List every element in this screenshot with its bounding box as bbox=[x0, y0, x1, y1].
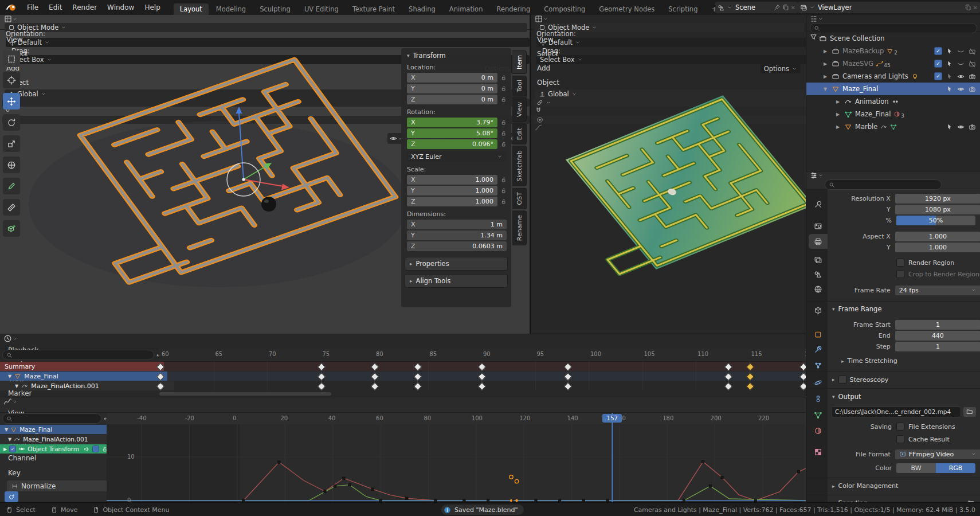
outliner-row-maze-final[interactable]: ▼Maze_Final bbox=[806, 83, 980, 95]
workspace-tab-scripting[interactable]: Scripting bbox=[662, 3, 704, 15]
viewport-3d-main[interactable]: Object ModeViewSelectAddObjectGlobalOrie… bbox=[0, 15, 530, 334]
dope-channel-2[interactable]: ▼Maze_FinalAction.001 bbox=[0, 381, 174, 390]
graph-channel-2[interactable]: ▶✓Object Transform bbox=[0, 444, 110, 454]
collapsed-panel-align-tools[interactable]: ▸Align Tools bbox=[405, 274, 508, 288]
properties-tab-output[interactable] bbox=[809, 234, 828, 249]
workspace-tab-geometry-nodes[interactable]: Geometry Nodes bbox=[593, 3, 661, 15]
workspace-tab-animation[interactable]: Animation bbox=[443, 3, 489, 15]
properties-editor-button[interactable] bbox=[810, 171, 976, 179]
expand-arrow[interactable]: ▶ bbox=[824, 61, 829, 67]
channel-checkbox[interactable] bbox=[92, 445, 99, 452]
resolution-pct-slider[interactable]: 50% bbox=[896, 216, 975, 225]
tool-select-box[interactable] bbox=[3, 50, 20, 67]
properties-tab-data[interactable] bbox=[809, 407, 828, 422]
outliner-row-scene-collection[interactable]: Scene Collection bbox=[806, 32, 980, 45]
tool-measure[interactable] bbox=[3, 199, 20, 216]
frame-range-panel-header[interactable]: ▾Frame Range bbox=[832, 305, 881, 313]
color-management-header[interactable]: ▸Color Management bbox=[832, 482, 898, 490]
scale-x-field[interactable]: X1.000 bbox=[407, 175, 497, 185]
dope-channel-0[interactable]: Summary bbox=[0, 362, 164, 371]
scene-name[interactable]: Scene bbox=[734, 3, 772, 11]
dimensions-x-field[interactable]: X1 m bbox=[407, 220, 507, 229]
properties-tab-scene[interactable] bbox=[809, 267, 828, 282]
color-bw-button[interactable]: BW bbox=[896, 463, 936, 473]
frame-rate-dropdown[interactable]: 24 fps bbox=[895, 286, 980, 295]
visibility-checkbox[interactable]: ✓ bbox=[934, 72, 942, 80]
color-rgb-button[interactable]: RGB bbox=[936, 463, 975, 473]
channel-expand-arrow[interactable]: ▼ bbox=[15, 384, 18, 389]
frame-start-field[interactable]: 1 bbox=[895, 320, 980, 330]
tool-add-cube[interactable] bbox=[3, 220, 20, 237]
channel-expand-arrow[interactable]: ▼ bbox=[8, 374, 11, 379]
menu-file[interactable]: File bbox=[22, 0, 44, 15]
graph-editor[interactable]: ViewSelectMarkerChannelKeyNormalizeNeare… bbox=[0, 397, 806, 503]
properties-tab-object[interactable] bbox=[809, 327, 828, 342]
rotation-y-field[interactable]: Y5.08° bbox=[407, 128, 497, 138]
output-path-browse[interactable] bbox=[963, 407, 976, 417]
output-path-field[interactable]: C:\Users\Jack\One...e_render_002.mp4 bbox=[831, 406, 961, 417]
rotation-x-field[interactable]: X3.79° bbox=[407, 118, 497, 127]
cache-result-checkbox[interactable] bbox=[896, 435, 904, 443]
dimensions-z-field[interactable]: Z0.0603 m bbox=[407, 241, 507, 251]
tool-transform[interactable] bbox=[3, 157, 20, 173]
graph-channel-0[interactable]: ▼Maze_Final bbox=[0, 425, 111, 434]
channel-expand-arrow[interactable]: ▼ bbox=[5, 427, 8, 432]
channel-enable-checkbox[interactable]: ✓ bbox=[9, 445, 16, 452]
sidebar-tab-edit[interactable]: Edit bbox=[512, 123, 527, 144]
aspect-y-field[interactable]: 1.000 bbox=[895, 243, 980, 252]
workspace-tab-layout[interactable]: Layout bbox=[174, 3, 209, 15]
expand-arrow[interactable]: ▶ bbox=[824, 74, 829, 79]
menu-help[interactable]: Help bbox=[139, 0, 165, 15]
graph-plot[interactable] bbox=[107, 413, 806, 503]
output-panel-header[interactable]: ▾Output bbox=[832, 393, 861, 401]
scale-y-field[interactable]: Y1.000 bbox=[407, 186, 497, 196]
properties-tab-view-layer[interactable] bbox=[809, 252, 828, 267]
sidebar-tab-tool[interactable]: Tool bbox=[512, 75, 527, 96]
outliner-row-marble[interactable]: ▶Marble bbox=[806, 120, 980, 133]
properties-tab-constraints[interactable] bbox=[809, 391, 828, 406]
sidebar-tab-rename[interactable]: Rename bbox=[512, 210, 527, 245]
workspace-tab-uv-editing[interactable]: UV Editing bbox=[298, 3, 345, 15]
scene-delete[interactable]: ✕ bbox=[791, 5, 795, 11]
channel-expand-arrow[interactable]: ▼ bbox=[8, 437, 11, 442]
workspace-tab-rendering[interactable]: Rendering bbox=[490, 3, 536, 15]
properties-tab-texture[interactable] bbox=[809, 444, 828, 459]
outliner-row-maze-final[interactable]: ▶Maze_Final3 bbox=[806, 108, 980, 120]
viewport-3d-render[interactable]: Object ModeViewSelectAddObjectGlobalOrie… bbox=[530, 15, 806, 334]
workspace-tab-shading[interactable]: Shading bbox=[402, 3, 442, 15]
scene-selector[interactable]: Scene✕ bbox=[715, 2, 798, 13]
expand-arrow[interactable]: ▶ bbox=[824, 49, 829, 54]
expand-arrow[interactable]: ▶ bbox=[836, 99, 841, 104]
aspect-x-field[interactable]: 1.000 bbox=[895, 232, 980, 241]
auto-normalize-button[interactable] bbox=[5, 491, 18, 502]
maze-rendered-canvas[interactable] bbox=[531, 15, 806, 334]
options-dropdown[interactable]: Options bbox=[761, 64, 801, 73]
outliner-row-mazebackup[interactable]: ▶MazeBackup2✓ bbox=[806, 45, 980, 57]
location-x-field[interactable]: X0 m bbox=[407, 73, 497, 83]
menu-window[interactable]: Window bbox=[102, 0, 139, 15]
properties-tab-collection[interactable] bbox=[809, 303, 828, 318]
menu-edit[interactable]: Edit bbox=[44, 0, 67, 15]
properties-tab-tool[interactable] bbox=[809, 197, 828, 212]
workspace-tab-texture-paint[interactable]: Texture Paint bbox=[346, 3, 401, 15]
dope-search[interactable] bbox=[2, 350, 154, 360]
channel-expand-arrow[interactable]: ▶ bbox=[3, 447, 7, 452]
graph-search[interactable] bbox=[2, 413, 101, 424]
rotation-mode-dropdown[interactable]: XYZ Euler bbox=[407, 151, 507, 162]
outliner-row-mazesvg[interactable]: ▶MazeSVG45✓ bbox=[806, 57, 980, 70]
expand-arrow[interactable]: ▶ bbox=[836, 124, 841, 130]
tool-scale[interactable] bbox=[3, 135, 20, 152]
workspace-tab-sculpting[interactable]: Sculpting bbox=[253, 3, 297, 15]
outliner-editor-button[interactable] bbox=[810, 15, 977, 23]
timeline-editor-button[interactable] bbox=[3, 334, 802, 343]
location-z-field[interactable]: Z0 m bbox=[407, 95, 497, 104]
viewlayer-name[interactable]: ViewLayer bbox=[817, 3, 963, 11]
tool-rotate[interactable] bbox=[3, 114, 20, 131]
file-extensions-checkbox[interactable] bbox=[896, 423, 904, 431]
scale-z-field[interactable]: Z1.000 bbox=[407, 197, 497, 206]
dope-sheet-timeline[interactable]: PlaybackKeyingViewMarker157Start1End440↔… bbox=[0, 334, 806, 397]
workspace-tab-modeling[interactable]: Modeling bbox=[210, 3, 252, 15]
properties-tab-render[interactable] bbox=[809, 218, 828, 233]
dope-channel-1[interactable]: ▼Maze_Final bbox=[0, 372, 167, 381]
dimensions-y-field[interactable]: Y1.34 m bbox=[407, 230, 507, 240]
